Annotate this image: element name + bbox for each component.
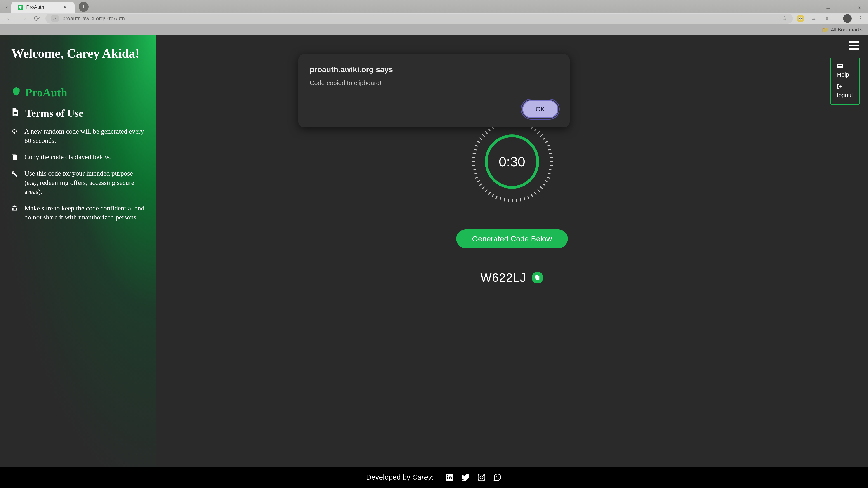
term-item-refresh: A new random code will be generated ever… xyxy=(11,127,145,145)
sidebar: Welcome, Carey Akida! ProAuth Terms of U… xyxy=(0,35,156,466)
alert-ok-button[interactable]: OK xyxy=(522,100,558,118)
site-info-icon[interactable]: ⇄ xyxy=(51,15,59,22)
close-window-button[interactable]: ✕ xyxy=(855,3,864,13)
app-name-label: ProAuth xyxy=(25,86,67,99)
tab-title: ProAuth xyxy=(26,4,59,10)
proauth-brand: ProAuth xyxy=(11,86,145,99)
whatsapp-icon[interactable] xyxy=(493,473,502,482)
address-bar-row: ← → ⟳ ⇄ proauth.awiki.org/ProAuth ☆ 👀 ☁ … xyxy=(0,13,868,24)
generated-code: W622LJ xyxy=(480,271,526,284)
term-item-confidential: Make sure to keep the code confidential … xyxy=(11,204,145,222)
svg-point-5 xyxy=(483,475,484,476)
help-label: Help xyxy=(837,71,853,78)
url-text: proauth.awiki.org/ProAuth xyxy=(62,16,778,22)
term-text: Copy the code displayed below. xyxy=(24,152,111,162)
browser-menu-button[interactable]: ⋮ xyxy=(857,15,864,22)
forward-button[interactable]: → xyxy=(19,13,29,24)
folder-icon: 📁 xyxy=(822,27,829,33)
svg-rect-0 xyxy=(849,41,859,43)
tab-bar: ProAuth × + xyxy=(0,0,868,13)
bookmarks-bar: | 📁 All Bookmarks xyxy=(0,24,868,35)
key-icon xyxy=(11,170,19,178)
footer-text: Developed by Carey: xyxy=(366,473,434,482)
browser-tab[interactable]: ProAuth × xyxy=(11,2,74,13)
address-bar[interactable]: ⇄ proauth.awiki.org/ProAuth ☆ xyxy=(45,13,793,24)
twitter-icon[interactable] xyxy=(461,472,470,482)
term-text: Make sure to keep the code confidential … xyxy=(24,204,145,222)
all-bookmarks-link[interactable]: All Bookmarks xyxy=(831,27,863,33)
minimize-button[interactable]: ─ xyxy=(825,3,832,13)
author-name: Carey xyxy=(412,473,432,481)
back-button[interactable]: ← xyxy=(4,13,14,24)
generated-code-pill: Generated Code Below xyxy=(456,230,567,248)
tab-favicon xyxy=(18,4,23,10)
alert-actions: OK xyxy=(310,100,558,118)
help-menu-item[interactable]: Help xyxy=(837,63,853,78)
terms-heading: Terms of Use xyxy=(11,107,145,119)
extension-icon-2[interactable]: ☁ xyxy=(810,15,817,22)
copy-icon xyxy=(11,154,19,162)
extension-icon-1[interactable]: 👀 xyxy=(797,15,804,22)
browser-chrome: ProAuth × + ─ □ ✕ ← → ⟳ ⇄ proauth.awiki.… xyxy=(0,0,868,24)
reload-button[interactable]: ⟳ xyxy=(33,13,41,24)
alert-title: proauth.awiki.org says xyxy=(310,65,558,74)
profile-avatar[interactable] xyxy=(843,14,852,23)
envelope-icon xyxy=(837,63,853,70)
linkedin-icon[interactable] xyxy=(445,473,454,482)
logout-icon xyxy=(837,84,853,90)
maximize-button[interactable]: □ xyxy=(840,3,847,13)
extensions-puzzle-icon[interactable]: ⊞ xyxy=(823,15,831,22)
svg-rect-1 xyxy=(849,45,859,46)
logout-label: logout xyxy=(837,92,853,99)
timer: 0:30 xyxy=(471,121,553,202)
term-item-copy: Copy the code displayed below. xyxy=(11,152,145,162)
timer-ticks xyxy=(471,121,553,202)
footer-suffix: : xyxy=(432,473,434,481)
document-icon xyxy=(11,108,19,119)
bookmark-star-icon[interactable]: ☆ xyxy=(782,15,787,22)
tab-close-button[interactable]: × xyxy=(62,4,68,11)
menu-panel: Help logout xyxy=(830,58,860,105)
developed-by-label: Developed by xyxy=(366,473,412,481)
logout-menu-item[interactable]: logout xyxy=(837,84,853,99)
lock-building-icon xyxy=(11,205,19,213)
code-row: W622LJ xyxy=(480,271,544,284)
term-text: Use this code for your intended purpose … xyxy=(24,169,145,196)
window-controls: ─ □ ✕ xyxy=(825,3,864,13)
shield-icon xyxy=(11,86,21,98)
copy-code-button[interactable] xyxy=(532,272,544,283)
term-text: A new random code will be generated ever… xyxy=(24,127,145,145)
svg-rect-2 xyxy=(849,48,859,50)
footer: Developed by Carey: xyxy=(0,466,868,488)
alert-dialog: proauth.awiki.org says Code copied to cl… xyxy=(298,54,569,127)
alert-message: Code copied to clipboard! xyxy=(310,79,558,87)
extension-icons: 👀 ☁ ⊞ | ⋮ xyxy=(797,14,864,23)
tab-search-dropdown[interactable] xyxy=(4,4,9,11)
term-item-key: Use this code for your intended purpose … xyxy=(11,169,145,196)
refresh-icon xyxy=(11,128,19,136)
terms-heading-label: Terms of Use xyxy=(25,107,83,119)
hamburger-menu-button[interactable] xyxy=(849,40,859,52)
svg-point-4 xyxy=(480,476,483,479)
welcome-heading: Welcome, Carey Akida! xyxy=(11,46,145,61)
new-tab-button[interactable]: + xyxy=(79,2,89,12)
instagram-icon[interactable] xyxy=(477,473,486,482)
